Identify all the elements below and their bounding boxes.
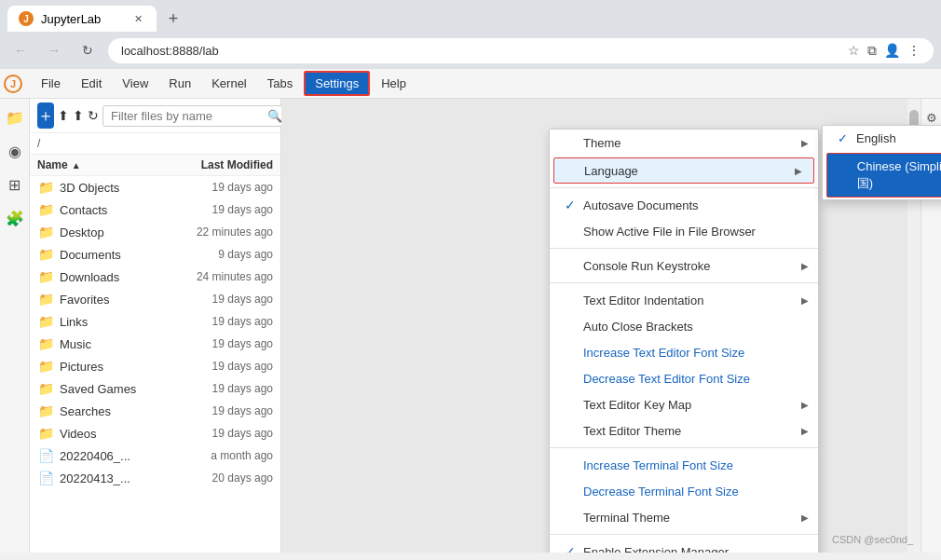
menu-item-terminal-theme[interactable]: Terminal Theme	[550, 504, 818, 530]
file-date: 19 days ago	[161, 427, 273, 440]
menu-item-decrease-text-font[interactable]: Decrease Text Editor Font Size	[550, 365, 818, 391]
file-date: 19 days ago	[161, 181, 273, 194]
table-row[interactable]: 📁 Contacts 19 days ago	[30, 198, 280, 221]
menu-item-view[interactable]: View	[113, 73, 157, 94]
menu-divider	[550, 534, 818, 535]
menu-item-auto-close[interactable]: Auto Close Brackets	[550, 313, 818, 339]
menu-item-file[interactable]: File	[32, 73, 70, 94]
refresh-button[interactable]: ↻	[88, 102, 99, 129]
menu-item-theme[interactable]: Theme	[550, 130, 818, 156]
tab-close-icon[interactable]: ✕	[130, 11, 145, 26]
menu-item-tabs[interactable]: Tabs	[258, 73, 302, 94]
more-icon[interactable]: ⋮	[907, 43, 921, 59]
table-row[interactable]: 📁 Music 19 days ago	[30, 333, 280, 355]
dropdown-overlay: Theme Language ▶ ✓ Autosave Documents	[281, 99, 921, 553]
file-table-header: Name ▲ Last Modified	[30, 155, 280, 176]
menu-item-show-active[interactable]: Show Active File in File Browser	[550, 218, 818, 244]
folder-icon: 📁	[37, 425, 54, 442]
column-modified: Last Modified	[161, 158, 273, 171]
menu-item-kernel[interactable]: Kernel	[202, 73, 256, 94]
menu-item-increase-text-font[interactable]: Increase Text Editor Font Size	[550, 339, 818, 365]
table-row[interactable]: 📁 Searches 19 days ago	[30, 400, 280, 422]
app-logo: J	[4, 75, 22, 93]
upload2-button[interactable]: ⬆	[73, 102, 84, 129]
column-name[interactable]: Name ▲	[37, 158, 161, 171]
file-date: 19 days ago	[161, 382, 273, 395]
table-row[interactable]: 📁 Documents 9 days ago	[30, 243, 280, 266]
menu-item-help[interactable]: Help	[372, 73, 416, 94]
new-file-button[interactable]: ＋	[37, 102, 54, 129]
menu-item-language[interactable]: Language ▶	[553, 157, 814, 184]
file-name: Videos	[60, 427, 161, 441]
address-bar[interactable]: localhost:8888/lab ☆ ⧉ 👤 ⋮	[108, 38, 934, 63]
menu-item-edit[interactable]: Edit	[72, 73, 111, 94]
search-input[interactable]	[111, 109, 267, 123]
new-tab-button[interactable]: +	[160, 6, 186, 32]
app-container: J File Edit View Run Kernel Tabs Setting…	[0, 69, 941, 553]
lang-item-chinese[interactable]: Chinese (Simplified, China) - 中文 (简体, 中国…	[826, 153, 941, 198]
settings-menu: Theme Language ▶ ✓ Autosave Documents	[549, 129, 819, 553]
sort-icon: ▲	[72, 160, 81, 171]
file-name: Music	[60, 337, 161, 351]
file-date: a month ago	[161, 449, 273, 462]
file-name: 20220406_...	[60, 449, 161, 463]
puzzle-sidebar-icon[interactable]: 🧩	[4, 207, 26, 229]
profile-icon[interactable]: 👤	[884, 43, 900, 59]
table-row[interactable]: 📁 Downloads 24 minutes ago	[30, 266, 280, 288]
lang-item-english[interactable]: ✓ English	[823, 126, 941, 151]
file-date: 20 days ago	[161, 471, 273, 485]
table-row[interactable]: 📄 20220413_... 20 days ago	[30, 467, 280, 489]
menu-item-settings[interactable]: Settings	[304, 71, 370, 96]
editor-area: CSDN @sec0nd_ Theme Language ▶	[281, 99, 921, 553]
table-row[interactable]: 📄 20220406_... a month ago	[30, 444, 280, 467]
menu-item-extension-manager[interactable]: ✓ Enable Extension Manager	[550, 539, 818, 553]
file-name: Searches	[60, 404, 161, 418]
folder-icon: 📁	[37, 313, 54, 330]
reload-button[interactable]: ↻	[75, 37, 101, 63]
menu-item-increase-terminal-font[interactable]: Increase Terminal Font Size	[550, 452, 818, 478]
table-row[interactable]: 📁 Links 19 days ago	[30, 310, 280, 333]
upload-button[interactable]: ⬆	[58, 102, 69, 129]
file-name: Pictures	[60, 360, 161, 374]
address-icons: ☆ ⧉ 👤 ⋮	[848, 43, 921, 59]
table-row[interactable]: 📁 Pictures 19 days ago	[30, 355, 280, 377]
circle-sidebar-icon[interactable]: ◉	[4, 140, 26, 162]
address-text: localhost:8888/lab	[121, 44, 219, 58]
table-row[interactable]: 📁 Favorites 19 days ago	[30, 288, 280, 310]
folder-icon: 📁	[37, 335, 54, 352]
menu-item-console-keystroke[interactable]: Console Run Keystroke	[550, 253, 818, 279]
menu-item-indentation[interactable]: Text Editor Indentation	[550, 287, 818, 313]
forward-button[interactable]: →	[41, 37, 67, 63]
menu-divider	[550, 447, 818, 448]
folder-icon: 📁	[37, 246, 54, 263]
menu-item-text-theme[interactable]: Text Editor Theme	[550, 417, 818, 444]
folder-icon: 📁	[37, 224, 54, 240]
file-date: 22 minutes ago	[161, 225, 273, 239]
main-content: 📁 ◉ ⊞ 🧩 ＋ ⬆ ⬆ ↻ 🔍 / Name ▲	[0, 99, 941, 553]
menu-item-keymap[interactable]: Text Editor Key Map	[550, 391, 818, 417]
file-name: Favorites	[60, 293, 161, 307]
file-date: 19 days ago	[161, 337, 273, 350]
address-bar-row: ← → ↻ localhost:8888/lab ☆ ⧉ 👤 ⋮	[0, 32, 941, 69]
watermark: CSDN @sec0nd_	[832, 534, 913, 545]
window-icon[interactable]: ⧉	[867, 43, 877, 59]
folder-icon: 📁	[37, 201, 54, 218]
menu-item-run[interactable]: Run	[159, 73, 200, 94]
menu-item-decrease-terminal-font[interactable]: Decrease Terminal Font Size	[550, 478, 818, 504]
folder-icon: 📁	[37, 268, 54, 285]
table-row[interactable]: 📁 3D Objects 19 days ago	[30, 176, 280, 198]
bookmark-icon[interactable]: ☆	[848, 43, 860, 59]
menu-item-autosave[interactable]: ✓ Autosave Documents	[550, 192, 818, 218]
file-name: 20220413_...	[60, 471, 161, 485]
file-name: Contacts	[60, 203, 161, 217]
table-row[interactable]: 📁 Desktop 22 minutes ago	[30, 221, 280, 243]
table-row[interactable]: 📁 Videos 19 days ago	[30, 422, 280, 444]
folder-sidebar-icon[interactable]: 📁	[4, 106, 26, 129]
folder-icon: 📁	[37, 403, 54, 419]
file-date: 19 days ago	[161, 203, 273, 216]
back-button[interactable]: ←	[7, 37, 34, 63]
grid-sidebar-icon[interactable]: ⊞	[4, 173, 26, 196]
browser-tab[interactable]: J JupyterLab ✕	[7, 6, 157, 32]
file-list: 📁 3D Objects 19 days ago 📁 Contacts 19 d…	[30, 176, 280, 553]
table-row[interactable]: 📁 Saved Games 19 days ago	[30, 377, 280, 400]
